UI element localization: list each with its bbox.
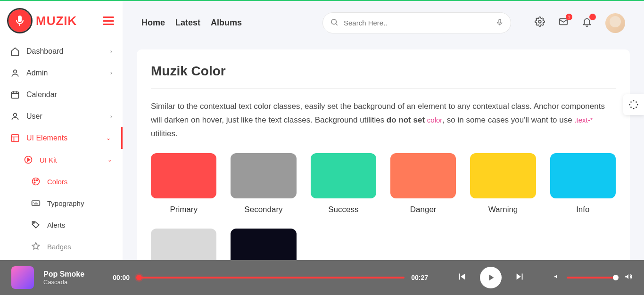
top-nav: Home Latest Albums (141, 18, 242, 28)
volume-down-icon[interactable] (553, 273, 561, 282)
tag-icon (31, 220, 41, 229)
sidebar-item-label: UI Kit (40, 156, 57, 164)
swatch-Warning: Warning (470, 153, 536, 214)
user-admin-icon (10, 68, 20, 78)
swatch-label: Success (311, 205, 376, 214)
topnav-home[interactable]: Home (141, 18, 165, 28)
topnav-latest[interactable]: Latest (175, 18, 200, 28)
sidebar-item-colors[interactable]: Colors (0, 171, 123, 192)
sidebar-item-alerts[interactable]: Alerts (0, 214, 123, 236)
content-card: Muzik Color Similar to the contextual te… (137, 49, 630, 295)
svg-point-23 (629, 104, 630, 106)
svg-point-12 (33, 222, 35, 224)
svg-point-20 (636, 107, 637, 108)
svg-point-10 (34, 182, 35, 183)
divider (151, 88, 616, 89)
svg-point-21 (633, 108, 635, 109)
prev-button[interactable] (456, 271, 467, 284)
sidebar: MUZIK Dashboard › Admin › Calendar User … (0, 1, 123, 295)
time-elapsed: 00:00 (113, 274, 130, 281)
calendar-icon (10, 90, 20, 99)
brand-logo[interactable]: MUZIK (8, 9, 77, 32)
swatch-label: Secondary (231, 205, 296, 214)
next-button[interactable] (515, 271, 525, 284)
swatch-Secondary: Secondary (231, 153, 296, 214)
mail-badge: 1 (566, 14, 572, 20)
volume-wrapper (553, 272, 633, 283)
svg-rect-14 (499, 19, 501, 23)
svg-rect-11 (32, 201, 40, 205)
progress-bar[interactable] (136, 277, 405, 279)
swatch-color (151, 153, 216, 198)
volume-up-icon[interactable] (624, 272, 633, 283)
swatch-color (550, 153, 616, 198)
home-icon (10, 47, 20, 56)
sidebar-item-admin[interactable]: Admin › (0, 62, 123, 84)
search-input[interactable] (322, 12, 511, 33)
loader-fab[interactable] (623, 94, 644, 115)
mail-icon[interactable]: 1 (558, 16, 569, 29)
swatch-color (231, 153, 296, 198)
sidebar-item-label: Badges (47, 243, 71, 251)
mic-icon[interactable] (496, 18, 504, 28)
sidebar-item-badges[interactable]: Badges (0, 236, 123, 257)
sidebar-item-ui-elements[interactable]: UI Elements ⌄ (0, 127, 123, 149)
search-icon (330, 18, 339, 28)
user-icon (10, 112, 20, 121)
topbar: Home Latest Albums 1 (123, 1, 644, 45)
swatch-Primary: Primary (151, 153, 216, 214)
time-duration: 00:27 (411, 274, 428, 281)
settings-icon[interactable] (535, 16, 545, 29)
track-artist: Cascada (43, 279, 84, 286)
main-content: Home Latest Albums 1 Muzik Color Similar… (123, 1, 644, 295)
chevron-down-icon: ⌄ (107, 156, 112, 163)
player-controls (456, 267, 525, 288)
svg-point-18 (636, 101, 637, 103)
topnav-albums[interactable]: Albums (211, 18, 242, 28)
sidebar-item-label: Colors (47, 178, 67, 186)
sidebar-item-label: Alerts (47, 221, 65, 229)
search-wrapper (322, 12, 511, 33)
play-circle-icon (24, 155, 33, 164)
svg-point-24 (630, 101, 632, 103)
sidebar-item-label: UI Elements (26, 134, 67, 142)
swatch-Danger: Danger (390, 153, 456, 214)
audio-player: Pop Smoke Cascada 00:00 00:27 (0, 260, 644, 295)
sidebar-item-user[interactable]: User › (0, 106, 123, 127)
chevron-right-icon: › (110, 70, 112, 76)
play-button[interactable] (480, 267, 502, 288)
svg-point-17 (633, 100, 635, 101)
svg-point-9 (36, 180, 38, 181)
svg-rect-1 (19, 24, 20, 26)
progress-wrapper: 00:00 00:27 (113, 274, 428, 281)
progress-knob[interactable] (136, 275, 142, 280)
sidebar-item-label: Admin (26, 69, 48, 77)
volume-knob[interactable] (613, 275, 619, 280)
svg-rect-3 (12, 92, 19, 98)
swatch-color (390, 153, 456, 198)
swatch-color (470, 153, 536, 198)
sidebar-item-typography[interactable]: Typography (0, 192, 123, 214)
swatch-label: Primary (151, 205, 216, 214)
sidebar-toggle[interactable] (103, 16, 114, 25)
swatch-color (311, 153, 376, 198)
album-art[interactable] (11, 266, 34, 289)
track-title: Pop Smoke (43, 270, 84, 279)
avatar[interactable] (605, 13, 625, 33)
sidebar-item-dashboard[interactable]: Dashboard › (0, 41, 123, 62)
page-title: Muzik Color (151, 64, 616, 79)
sidebar-item-label: Typography (47, 199, 84, 207)
chevron-right-icon: › (110, 113, 112, 120)
svg-rect-0 (18, 16, 22, 22)
swatch-label: Info (550, 205, 616, 214)
sidebar-item-ui-kit[interactable]: UI Kit ⌄ (0, 149, 123, 171)
chevron-down-icon: ⌄ (106, 135, 111, 141)
svg-point-2 (14, 70, 17, 73)
volume-bar[interactable] (567, 277, 619, 279)
keyboard-icon (31, 198, 41, 208)
brand-name: MUZIK (36, 14, 77, 28)
bell-icon[interactable] (582, 16, 592, 29)
swatch-label: Danger (390, 205, 456, 214)
sidebar-item-calendar[interactable]: Calendar (0, 84, 123, 106)
chevron-right-icon: › (110, 48, 112, 55)
